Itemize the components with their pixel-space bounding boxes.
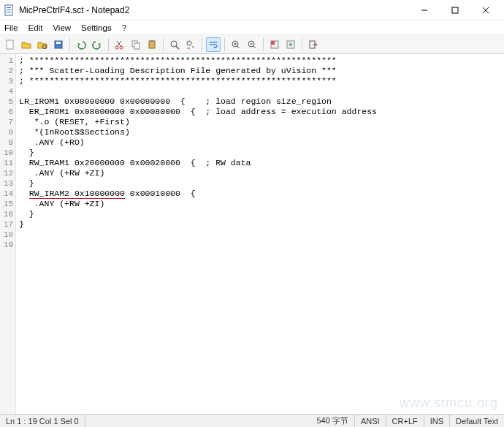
status-insert-mode[interactable]: INS xyxy=(424,415,450,427)
code-line: .ANY (+RO) xyxy=(19,137,504,148)
status-lexer[interactable]: Default Text xyxy=(450,415,504,427)
code-line: } xyxy=(19,209,504,219)
svg-rect-1 xyxy=(7,7,11,8)
line-number: 16 xyxy=(0,209,13,219)
menubar: File Edit View Settings ? xyxy=(0,20,504,35)
svg-line-22 xyxy=(237,46,240,48)
separator xyxy=(108,38,109,51)
replace-icon[interactable] xyxy=(183,37,198,52)
line-number: 4 xyxy=(0,86,13,97)
svg-point-18 xyxy=(171,41,177,47)
code-line: LR_IROM1 0x08000000 0x00080000 { ; load … xyxy=(19,97,504,107)
line-number: 19 xyxy=(0,240,13,250)
separator xyxy=(69,38,70,51)
status-bytes: 540 字节 xyxy=(311,415,355,427)
line-number: 3 xyxy=(0,76,13,86)
minimize-button[interactable] xyxy=(409,0,440,20)
separator xyxy=(224,38,225,51)
separator xyxy=(202,38,202,51)
code-line: ; **************************************… xyxy=(19,76,504,86)
svg-point-20 xyxy=(187,41,191,45)
window-title: MicPreCtrlF4.sct - Notepad2 xyxy=(19,5,409,15)
svg-rect-11 xyxy=(56,42,61,44)
separator xyxy=(163,38,164,51)
line-number: 7 xyxy=(0,117,13,127)
exit-icon[interactable] xyxy=(306,37,321,52)
code-line: ; **************************************… xyxy=(19,56,504,66)
svg-line-26 xyxy=(253,46,256,48)
line-number: 11 xyxy=(0,158,13,168)
status-encoding[interactable]: ANSI xyxy=(355,415,386,427)
scheme-icon[interactable] xyxy=(267,37,282,52)
toolbar xyxy=(0,35,504,54)
code-line: ; *** Scatter-Loading Description File g… xyxy=(19,66,504,76)
red-underline: RW_IRAM2 0x10000000 xyxy=(29,189,125,199)
svg-rect-15 xyxy=(134,43,140,49)
status-eol[interactable]: CR+LF xyxy=(386,415,424,427)
svg-rect-3 xyxy=(7,12,11,12)
svg-rect-16 xyxy=(149,41,155,48)
menu-edit[interactable]: Edit xyxy=(27,23,45,33)
separator xyxy=(263,38,264,51)
editor: 12345678910111213141516171819 ; ********… xyxy=(0,54,504,414)
code-line: } xyxy=(19,148,504,158)
code-line xyxy=(19,240,504,250)
code-line: RW_IRAM2 0x10000000 0x00010000 { xyxy=(19,189,504,199)
code-line: *(InRoot$$Sections) xyxy=(19,127,504,137)
svg-point-31 xyxy=(289,43,292,46)
svg-rect-5 xyxy=(452,7,458,13)
line-number: 12 xyxy=(0,168,13,178)
line-number: 13 xyxy=(0,178,13,189)
code-line: } xyxy=(19,178,504,189)
zoom-in-icon[interactable] xyxy=(229,37,243,52)
app-icon xyxy=(3,4,15,16)
line-number: 14 xyxy=(0,189,13,199)
line-number: 9 xyxy=(0,137,13,148)
line-number: 6 xyxy=(0,107,13,117)
svg-rect-17 xyxy=(150,40,153,42)
code-line: } xyxy=(19,219,504,230)
menu-help[interactable]: ? xyxy=(121,23,128,33)
word-wrap-icon[interactable] xyxy=(206,37,221,52)
redo-icon[interactable] xyxy=(90,37,104,52)
save-icon[interactable] xyxy=(51,37,66,52)
code-line xyxy=(19,86,504,97)
customize-icon[interactable] xyxy=(283,37,298,52)
code-line: .ANY (+RW +ZI) xyxy=(19,168,504,178)
line-number: 5 xyxy=(0,97,13,107)
code-area[interactable]: ; **************************************… xyxy=(16,54,504,414)
window-buttons xyxy=(409,0,501,20)
undo-icon[interactable] xyxy=(74,37,88,52)
line-number: 2 xyxy=(0,66,13,76)
cut-icon[interactable] xyxy=(112,37,127,52)
line-number: 10 xyxy=(0,148,13,158)
browse-icon[interactable] xyxy=(35,37,50,52)
status-position: Ln 1 : 19 Col 1 Sel 0 xyxy=(0,415,85,427)
svg-rect-2 xyxy=(7,10,11,10)
svg-line-19 xyxy=(176,46,179,49)
titlebar: MicPreCtrlF4.sct - Notepad2 xyxy=(0,0,504,20)
maximize-button[interactable] xyxy=(440,0,470,20)
find-icon[interactable] xyxy=(167,37,182,52)
code-line: *.o (RESET, +First) xyxy=(19,117,504,127)
menu-settings[interactable]: Settings xyxy=(80,23,113,33)
code-line: .ANY (+RW +ZI) xyxy=(19,199,504,209)
paste-icon[interactable] xyxy=(145,37,159,52)
line-number-gutter: 12345678910111213141516171819 xyxy=(0,54,16,414)
code-line: RW_IRAM1 0x20000000 0x00020000 { ; RW da… xyxy=(19,158,504,168)
zoom-out-icon[interactable] xyxy=(245,37,259,52)
new-file-icon[interactable] xyxy=(3,37,18,52)
close-button[interactable] xyxy=(470,0,501,20)
copy-icon[interactable] xyxy=(129,37,143,52)
code-line: ER_IROM1 0x08000000 0x00080000 { ; load … xyxy=(19,107,504,117)
separator xyxy=(302,38,302,51)
open-file-icon[interactable] xyxy=(19,37,34,52)
line-number: 18 xyxy=(0,230,13,240)
statusbar: Ln 1 : 19 Col 1 Sel 0 540 字节 ANSI CR+LF … xyxy=(0,414,504,427)
code-line xyxy=(19,230,504,240)
menu-view[interactable]: View xyxy=(51,23,72,33)
line-number: 8 xyxy=(0,127,13,137)
svg-rect-8 xyxy=(7,40,13,49)
menu-file[interactable]: File xyxy=(3,23,20,33)
line-number: 15 xyxy=(0,199,13,209)
